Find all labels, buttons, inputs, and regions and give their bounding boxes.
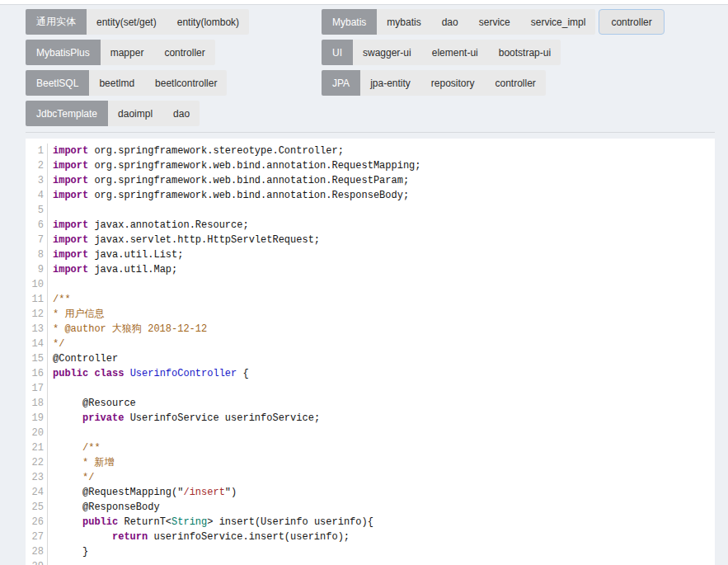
code-line bbox=[48, 203, 53, 218]
code-line: * 新增 bbox=[48, 455, 114, 470]
group-通用实体: 通用实体entity(set/get)entity(lombok) bbox=[26, 9, 249, 35]
option-mybatisplus-controller[interactable]: controller bbox=[162, 47, 206, 59]
code-line: @ResponseBody bbox=[48, 500, 160, 515]
code-row: 7import javax.servlet.http.HttpServletRe… bbox=[26, 233, 715, 247]
code-row: 12* 用户信息 bbox=[26, 307, 715, 322]
code-row: 17 bbox=[26, 381, 715, 396]
line-number: 7 bbox=[26, 233, 48, 247]
code-line: @Resource bbox=[48, 396, 136, 411]
code-line: * 用户信息 bbox=[48, 307, 104, 322]
option-jpa-repository[interactable]: repository bbox=[430, 78, 477, 89]
code-row: 28 } bbox=[26, 544, 715, 559]
code-line bbox=[48, 277, 53, 292]
line-number: 25 bbox=[26, 500, 48, 515]
line-number: 22 bbox=[26, 455, 48, 470]
top-strip bbox=[0, 0, 728, 5]
option-mybatisplus-mapper[interactable]: mapper bbox=[109, 47, 146, 59]
group-mybatisplus: MybatisPlusmappercontroller bbox=[26, 40, 215, 65]
option-jdbctemplate-daoimpl[interactable]: daoimpl bbox=[116, 108, 154, 120]
line-number: 28 bbox=[26, 544, 48, 559]
group-ui: UIswagger-uielement-uibootstrap-ui bbox=[322, 40, 561, 65]
group-options: jpa-entityrepositorycontroller bbox=[360, 70, 546, 96]
option-jdbctemplate-dao[interactable]: dao bbox=[171, 108, 191, 120]
option-ui-element-ui[interactable]: element-ui bbox=[430, 47, 480, 59]
line-number: 13 bbox=[26, 322, 48, 337]
option-jpa-controller[interactable]: controller bbox=[494, 78, 538, 89]
line-number: 17 bbox=[26, 381, 48, 396]
option-mybatis-dao[interactable]: dao bbox=[440, 16, 460, 28]
option-通用实体-entity-lombok[interactable]: entity(lombok) bbox=[176, 16, 241, 28]
code-line: import java.util.Map; bbox=[48, 262, 177, 277]
group-label-mybatisplus: MybatisPlus bbox=[26, 40, 101, 65]
group-mybatis: Mybatismybatisdaoserviceservice_implcont… bbox=[322, 9, 665, 35]
code-row: 27 return userinfoService.insert(userinf… bbox=[26, 530, 715, 544]
code-row: 13* @author 大狼狗 2018-12-12 bbox=[26, 322, 715, 337]
option-ui-swagger-ui[interactable]: swagger-ui bbox=[361, 47, 413, 59]
option-mybatis-service-impl[interactable]: service_impl bbox=[529, 16, 588, 28]
line-number: 15 bbox=[26, 351, 48, 366]
code-row: 4import org.springframework.web.bind.ann… bbox=[26, 188, 715, 203]
line-number: 24 bbox=[26, 485, 48, 500]
code-row: 1import org.springframework.stereotype.C… bbox=[26, 144, 715, 158]
group-options: mappercontroller bbox=[101, 40, 215, 65]
code-row: 5 bbox=[26, 203, 715, 218]
code-line: import javax.servlet.http.HttpServletReq… bbox=[48, 233, 320, 247]
toolbar-column-right: Mybatismybatisdaoserviceservice_implcont… bbox=[322, 9, 665, 96]
group-options: daoimpldao bbox=[108, 101, 200, 126]
code-line: import org.springframework.web.bind.anno… bbox=[48, 158, 420, 173]
line-number: 26 bbox=[26, 515, 48, 530]
code-row: 24 @RequestMapping("/insert") bbox=[26, 485, 715, 500]
line-number: 23 bbox=[26, 470, 48, 485]
group-options: beetlmdbeetlcontroller bbox=[89, 70, 227, 96]
group-options: mybatisdaoserviceservice_impl bbox=[377, 9, 595, 35]
line-number: 12 bbox=[26, 307, 48, 322]
toolbar-column-left: 通用实体entity(set/get)entity(lombok)Mybatis… bbox=[26, 9, 249, 126]
code-line: private UserinfoService userinfoService; bbox=[48, 411, 320, 426]
line-number: 18 bbox=[26, 396, 48, 411]
line-number: 16 bbox=[26, 366, 48, 381]
group-label-mybatis: Mybatis bbox=[322, 9, 377, 35]
group-label-jpa: JPA bbox=[322, 70, 360, 96]
code-row: 26 public ReturnT<String> insert(Userinf… bbox=[26, 515, 715, 530]
group-label-通用实体: 通用实体 bbox=[26, 9, 87, 35]
code-row: 2import org.springframework.web.bind.ann… bbox=[26, 158, 715, 173]
panel-divider bbox=[26, 132, 715, 133]
code-editor-panel[interactable]: 1import org.springframework.stereotype.C… bbox=[26, 139, 715, 565]
code-row: 3import org.springframework.web.bind.ann… bbox=[26, 173, 715, 188]
code-line: /** bbox=[48, 440, 101, 455]
line-number: 3 bbox=[26, 173, 48, 188]
option-mybatis-service[interactable]: service bbox=[477, 16, 512, 28]
line-number: 19 bbox=[26, 411, 48, 426]
code-row: 20 bbox=[26, 426, 715, 440]
code-row: 18 @Resource bbox=[26, 396, 715, 411]
group-options: swagger-uielement-uibootstrap-ui bbox=[353, 40, 561, 65]
code-row: 22 * 新增 bbox=[26, 455, 715, 470]
code-line: import org.springframework.web.bind.anno… bbox=[48, 188, 409, 203]
code-line bbox=[48, 381, 53, 396]
option-mybatis-controller-active[interactable]: controller bbox=[599, 9, 664, 35]
line-number: 29 bbox=[26, 559, 48, 565]
code-line: @Controller bbox=[48, 351, 118, 366]
code-row: 8import java.util.List; bbox=[26, 247, 715, 262]
code-line bbox=[48, 426, 53, 440]
option-jpa-jpa-entity[interactable]: jpa-entity bbox=[369, 78, 412, 89]
line-number: 20 bbox=[26, 426, 48, 440]
option-ui-bootstrap-ui[interactable]: bootstrap-ui bbox=[497, 47, 552, 59]
line-number: 8 bbox=[26, 247, 48, 262]
code-row: 9import java.util.Map; bbox=[26, 262, 715, 277]
code-row: 15@Controller bbox=[26, 351, 715, 366]
line-number: 11 bbox=[26, 292, 48, 307]
option-beetlsql-beetlmd[interactable]: beetlmd bbox=[97, 78, 136, 89]
option-mybatis-mybatis[interactable]: mybatis bbox=[385, 16, 422, 28]
code-line: } bbox=[48, 544, 88, 559]
option-beetlsql-beetlcontroller[interactable]: beetlcontroller bbox=[153, 78, 218, 89]
option-通用实体-entity-set-get[interactable]: entity(set/get) bbox=[95, 16, 158, 28]
group-label-beetlsql: BeetlSQL bbox=[26, 70, 89, 96]
line-number: 10 bbox=[26, 277, 48, 292]
code-line: */ bbox=[48, 337, 64, 351]
code-line: import org.springframework.stereotype.Co… bbox=[48, 144, 344, 158]
code-row: 16public class UserinfoController { bbox=[26, 366, 715, 381]
group-label-jdbctemplate: JdbcTemplate bbox=[26, 101, 108, 126]
group-label-ui: UI bbox=[322, 40, 353, 65]
code-line: import java.util.List; bbox=[48, 247, 183, 262]
